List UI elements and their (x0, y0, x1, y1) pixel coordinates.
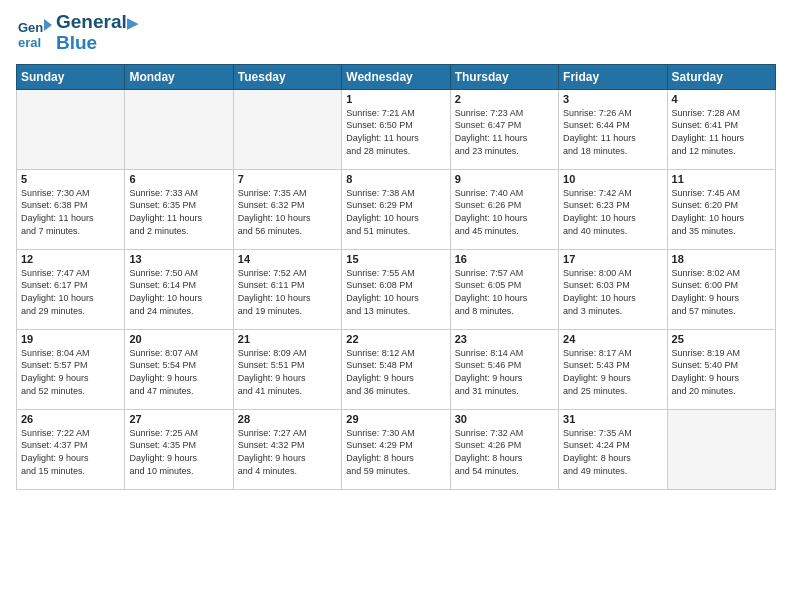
day-info: Sunrise: 7:52 AM Sunset: 6:11 PM Dayligh… (238, 267, 337, 317)
day-info: Sunrise: 7:28 AM Sunset: 6:41 PM Dayligh… (672, 107, 771, 157)
day-info: Sunrise: 7:47 AM Sunset: 6:17 PM Dayligh… (21, 267, 120, 317)
day-info: Sunrise: 8:02 AM Sunset: 6:00 PM Dayligh… (672, 267, 771, 317)
day-number: 7 (238, 173, 337, 185)
day-number: 28 (238, 413, 337, 425)
calendar-day: 6Sunrise: 7:33 AM Sunset: 6:35 PM Daylig… (125, 169, 233, 249)
calendar-day: 1Sunrise: 7:21 AM Sunset: 6:50 PM Daylig… (342, 89, 450, 169)
calendar-day: 12Sunrise: 7:47 AM Sunset: 6:17 PM Dayli… (17, 249, 125, 329)
day-number: 24 (563, 333, 662, 345)
day-info: Sunrise: 7:30 AM Sunset: 4:29 PM Dayligh… (346, 427, 445, 477)
weekday-header-thursday: Thursday (450, 64, 558, 89)
day-info: Sunrise: 8:17 AM Sunset: 5:43 PM Dayligh… (563, 347, 662, 397)
calendar-day (17, 89, 125, 169)
day-info: Sunrise: 7:55 AM Sunset: 6:08 PM Dayligh… (346, 267, 445, 317)
calendar-day: 23Sunrise: 8:14 AM Sunset: 5:46 PM Dayli… (450, 329, 558, 409)
weekday-header-friday: Friday (559, 64, 667, 89)
logo: Gen eral General▶ Blue (16, 12, 138, 54)
day-info: Sunrise: 7:27 AM Sunset: 4:32 PM Dayligh… (238, 427, 337, 477)
header: Gen eral General▶ Blue (16, 12, 776, 54)
day-number: 16 (455, 253, 554, 265)
calendar-day: 27Sunrise: 7:25 AM Sunset: 4:35 PM Dayli… (125, 409, 233, 489)
day-number: 23 (455, 333, 554, 345)
page-container: Gen eral General▶ Blue SundayMondayTuesd… (0, 0, 792, 498)
day-number: 10 (563, 173, 662, 185)
day-info: Sunrise: 7:25 AM Sunset: 4:35 PM Dayligh… (129, 427, 228, 477)
calendar-table: SundayMondayTuesdayWednesdayThursdayFrid… (16, 64, 776, 490)
day-info: Sunrise: 7:33 AM Sunset: 6:35 PM Dayligh… (129, 187, 228, 237)
calendar-week-3: 12Sunrise: 7:47 AM Sunset: 6:17 PM Dayli… (17, 249, 776, 329)
calendar-day: 5Sunrise: 7:30 AM Sunset: 6:38 PM Daylig… (17, 169, 125, 249)
calendar-day: 18Sunrise: 8:02 AM Sunset: 6:00 PM Dayli… (667, 249, 775, 329)
day-info: Sunrise: 7:21 AM Sunset: 6:50 PM Dayligh… (346, 107, 445, 157)
day-info: Sunrise: 7:32 AM Sunset: 4:26 PM Dayligh… (455, 427, 554, 477)
day-info: Sunrise: 8:00 AM Sunset: 6:03 PM Dayligh… (563, 267, 662, 317)
day-info: Sunrise: 8:12 AM Sunset: 5:48 PM Dayligh… (346, 347, 445, 397)
calendar-day: 16Sunrise: 7:57 AM Sunset: 6:05 PM Dayli… (450, 249, 558, 329)
calendar-day: 4Sunrise: 7:28 AM Sunset: 6:41 PM Daylig… (667, 89, 775, 169)
day-info: Sunrise: 7:38 AM Sunset: 6:29 PM Dayligh… (346, 187, 445, 237)
day-number: 2 (455, 93, 554, 105)
day-number: 18 (672, 253, 771, 265)
day-number: 29 (346, 413, 445, 425)
weekday-header-tuesday: Tuesday (233, 64, 341, 89)
calendar-day: 20Sunrise: 8:07 AM Sunset: 5:54 PM Dayli… (125, 329, 233, 409)
calendar-week-1: 1Sunrise: 7:21 AM Sunset: 6:50 PM Daylig… (17, 89, 776, 169)
day-info: Sunrise: 8:14 AM Sunset: 5:46 PM Dayligh… (455, 347, 554, 397)
day-number: 5 (21, 173, 120, 185)
day-info: Sunrise: 7:57 AM Sunset: 6:05 PM Dayligh… (455, 267, 554, 317)
logo-svg: Gen eral (16, 15, 52, 51)
calendar-day: 21Sunrise: 8:09 AM Sunset: 5:51 PM Dayli… (233, 329, 341, 409)
day-number: 13 (129, 253, 228, 265)
calendar-day: 26Sunrise: 7:22 AM Sunset: 4:37 PM Dayli… (17, 409, 125, 489)
svg-text:Gen: Gen (18, 20, 43, 35)
calendar-day: 24Sunrise: 8:17 AM Sunset: 5:43 PM Dayli… (559, 329, 667, 409)
day-info: Sunrise: 7:35 AM Sunset: 4:24 PM Dayligh… (563, 427, 662, 477)
calendar-day: 9Sunrise: 7:40 AM Sunset: 6:26 PM Daylig… (450, 169, 558, 249)
day-number: 3 (563, 93, 662, 105)
weekday-header-wednesday: Wednesday (342, 64, 450, 89)
day-number: 19 (21, 333, 120, 345)
calendar-day: 14Sunrise: 7:52 AM Sunset: 6:11 PM Dayli… (233, 249, 341, 329)
calendar-day: 8Sunrise: 7:38 AM Sunset: 6:29 PM Daylig… (342, 169, 450, 249)
day-number: 6 (129, 173, 228, 185)
calendar-day: 2Sunrise: 7:23 AM Sunset: 6:47 PM Daylig… (450, 89, 558, 169)
day-info: Sunrise: 7:22 AM Sunset: 4:37 PM Dayligh… (21, 427, 120, 477)
calendar-day: 17Sunrise: 8:00 AM Sunset: 6:03 PM Dayli… (559, 249, 667, 329)
calendar-day (233, 89, 341, 169)
day-number: 14 (238, 253, 337, 265)
day-number: 4 (672, 93, 771, 105)
day-info: Sunrise: 7:40 AM Sunset: 6:26 PM Dayligh… (455, 187, 554, 237)
day-info: Sunrise: 8:09 AM Sunset: 5:51 PM Dayligh… (238, 347, 337, 397)
day-info: Sunrise: 8:07 AM Sunset: 5:54 PM Dayligh… (129, 347, 228, 397)
calendar-week-4: 19Sunrise: 8:04 AM Sunset: 5:57 PM Dayli… (17, 329, 776, 409)
weekday-header-monday: Monday (125, 64, 233, 89)
weekday-header-sunday: Sunday (17, 64, 125, 89)
svg-text:eral: eral (18, 35, 41, 50)
logo-blue: Blue (56, 33, 138, 54)
day-info: Sunrise: 7:42 AM Sunset: 6:23 PM Dayligh… (563, 187, 662, 237)
calendar-day: 7Sunrise: 7:35 AM Sunset: 6:32 PM Daylig… (233, 169, 341, 249)
calendar-day: 13Sunrise: 7:50 AM Sunset: 6:14 PM Dayli… (125, 249, 233, 329)
calendar-week-2: 5Sunrise: 7:30 AM Sunset: 6:38 PM Daylig… (17, 169, 776, 249)
weekday-header-saturday: Saturday (667, 64, 775, 89)
day-number: 26 (21, 413, 120, 425)
day-info: Sunrise: 7:26 AM Sunset: 6:44 PM Dayligh… (563, 107, 662, 157)
day-number: 11 (672, 173, 771, 185)
calendar-day: 31Sunrise: 7:35 AM Sunset: 4:24 PM Dayli… (559, 409, 667, 489)
day-number: 1 (346, 93, 445, 105)
day-info: Sunrise: 7:35 AM Sunset: 6:32 PM Dayligh… (238, 187, 337, 237)
calendar-week-5: 26Sunrise: 7:22 AM Sunset: 4:37 PM Dayli… (17, 409, 776, 489)
day-number: 15 (346, 253, 445, 265)
day-number: 31 (563, 413, 662, 425)
calendar-day: 30Sunrise: 7:32 AM Sunset: 4:26 PM Dayli… (450, 409, 558, 489)
calendar-day: 28Sunrise: 7:27 AM Sunset: 4:32 PM Dayli… (233, 409, 341, 489)
day-number: 21 (238, 333, 337, 345)
calendar-day: 3Sunrise: 7:26 AM Sunset: 6:44 PM Daylig… (559, 89, 667, 169)
calendar-day: 15Sunrise: 7:55 AM Sunset: 6:08 PM Dayli… (342, 249, 450, 329)
calendar-day: 25Sunrise: 8:19 AM Sunset: 5:40 PM Dayli… (667, 329, 775, 409)
day-number: 9 (455, 173, 554, 185)
calendar-day: 10Sunrise: 7:42 AM Sunset: 6:23 PM Dayli… (559, 169, 667, 249)
day-number: 27 (129, 413, 228, 425)
day-info: Sunrise: 8:19 AM Sunset: 5:40 PM Dayligh… (672, 347, 771, 397)
day-info: Sunrise: 7:23 AM Sunset: 6:47 PM Dayligh… (455, 107, 554, 157)
